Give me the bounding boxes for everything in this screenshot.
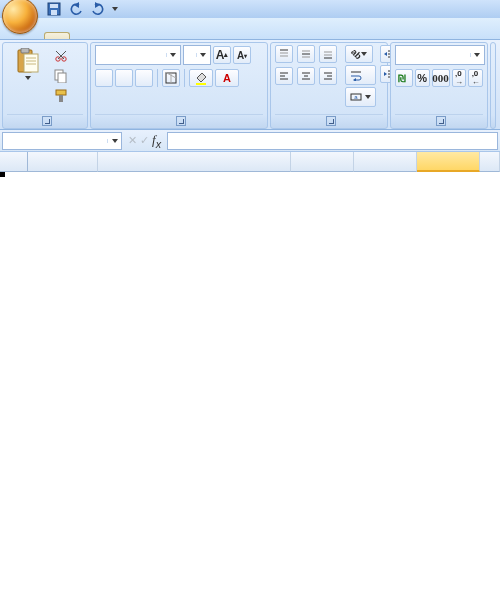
bold-button[interactable]	[95, 69, 113, 87]
align-bottom-button[interactable]	[319, 45, 337, 63]
redo-icon[interactable]	[90, 1, 106, 17]
tab-insert[interactable]	[72, 33, 96, 39]
decrease-decimal-button[interactable]: ,0←	[468, 69, 483, 87]
svg-text:₪: ₪	[398, 73, 406, 84]
save-icon[interactable]	[46, 1, 62, 17]
percent-style-button[interactable]: %	[415, 69, 430, 87]
align-left-button[interactable]	[275, 67, 293, 85]
underline-button[interactable]	[135, 69, 153, 87]
qat-dropdown-icon[interactable]	[112, 7, 118, 11]
borders-button[interactable]	[162, 69, 180, 87]
tab-formulas[interactable]	[124, 33, 148, 39]
tab-page-layout[interactable]	[98, 33, 122, 39]
align-right-button[interactable]	[319, 67, 337, 85]
name-box[interactable]	[2, 132, 122, 150]
orientation-button[interactable]: ab	[345, 45, 373, 63]
svg-rect-20	[196, 83, 206, 85]
col-header-A[interactable]	[28, 152, 99, 172]
align-middle-button[interactable]	[297, 45, 315, 63]
col-header-B[interactable]	[98, 152, 291, 172]
font-name-combo[interactable]	[95, 45, 181, 65]
dialog-launcher-icon[interactable]	[436, 116, 446, 126]
svg-rect-5	[24, 54, 38, 72]
bucket-icon	[194, 71, 208, 85]
dialog-launcher-icon[interactable]	[42, 116, 52, 126]
active-cell-outline	[0, 172, 4, 176]
chevron-down-icon	[200, 53, 206, 57]
scissors-icon	[54, 49, 68, 63]
worksheet-grid[interactable]	[0, 152, 500, 172]
paste-button[interactable]	[7, 45, 47, 114]
grow-font-button[interactable]: A▴	[213, 46, 231, 64]
font-color-button[interactable]: A	[215, 69, 239, 87]
svg-rect-15	[56, 90, 66, 95]
group-clipboard	[2, 42, 88, 129]
borders-icon	[165, 72, 177, 84]
enter-icon: ✓	[140, 134, 149, 147]
select-all-corner[interactable]	[0, 152, 28, 172]
chevron-down-icon	[25, 76, 31, 80]
col-header-F[interactable]	[480, 152, 500, 172]
svg-rect-1	[50, 4, 58, 8]
paintbrush-icon	[54, 89, 68, 103]
ribbon-tabs	[0, 18, 500, 40]
svg-rect-14	[58, 73, 66, 83]
title-bar	[0, 0, 500, 18]
clipboard-icon	[14, 48, 40, 76]
dialog-launcher-icon[interactable]	[326, 116, 336, 126]
tab-data[interactable]	[150, 33, 174, 39]
align-center-button[interactable]	[297, 67, 315, 85]
currency-icon: ₪	[397, 72, 411, 84]
format-painter-button[interactable]	[51, 87, 71, 105]
undo-icon[interactable]	[68, 1, 84, 17]
fx-icon[interactable]: fx	[152, 132, 161, 150]
wrap-text-button[interactable]	[345, 65, 376, 85]
group-font: A▴ A▾ A	[90, 42, 268, 129]
shrink-font-button[interactable]: A▾	[233, 46, 251, 64]
accounting-format-button[interactable]: ₪	[395, 69, 413, 87]
italic-button[interactable]	[115, 69, 133, 87]
chevron-down-icon	[474, 53, 480, 57]
formula-input[interactable]	[167, 132, 498, 150]
increase-decimal-button[interactable]: ,0→	[452, 69, 467, 87]
svg-rect-16	[59, 95, 63, 102]
tab-home[interactable]	[44, 32, 70, 39]
quick-access-toolbar	[46, 1, 118, 17]
svg-text:a: a	[354, 94, 358, 100]
group-cut	[490, 42, 496, 129]
merge-icon: a	[350, 91, 362, 103]
svg-rect-2	[51, 10, 57, 15]
formula-bar: ✕ ✓ fx	[0, 130, 500, 152]
number-format-combo[interactable]	[395, 45, 485, 65]
svg-rect-4	[21, 48, 29, 53]
cancel-icon: ✕	[128, 134, 137, 147]
comma-style-button[interactable]: 000	[432, 69, 450, 87]
chevron-down-icon	[170, 53, 176, 57]
copy-button[interactable]	[51, 67, 71, 85]
font-size-combo[interactable]	[183, 45, 211, 65]
tab-review[interactable]	[176, 33, 200, 39]
ribbon: A▴ A▾ A	[0, 40, 500, 130]
cut-button[interactable]	[51, 47, 71, 65]
merge-center-button[interactable]: a	[345, 87, 376, 107]
col-header-E[interactable]	[417, 152, 480, 172]
col-header-C[interactable]	[291, 152, 354, 172]
wrap-icon	[350, 69, 362, 81]
col-header-D[interactable]	[354, 152, 417, 172]
group-alignment: ab a	[270, 42, 388, 129]
dialog-launcher-icon[interactable]	[176, 116, 186, 126]
align-top-button[interactable]	[275, 45, 293, 63]
group-number: ₪ % 000 ,0→ ,0←	[390, 42, 488, 129]
chevron-down-icon	[112, 139, 118, 143]
copy-icon	[54, 69, 68, 83]
chevron-down-icon	[365, 95, 371, 99]
fill-color-button[interactable]	[189, 69, 213, 87]
